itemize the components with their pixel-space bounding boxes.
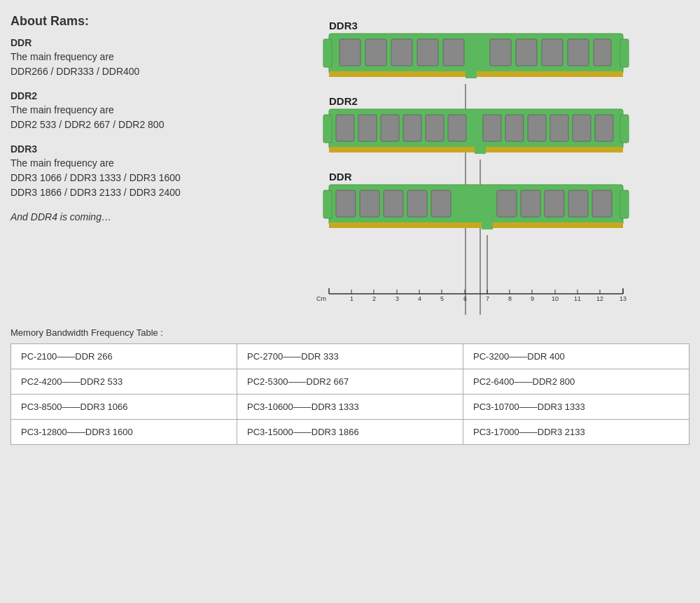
- table-cell: PC3-17000——DDR3 2133: [463, 420, 690, 445]
- table-cell: PC3-15000——DDR3 1866: [237, 420, 463, 445]
- svg-rect-43: [384, 190, 403, 217]
- svg-rect-32: [550, 115, 568, 141]
- ddr-freq-line2-ddr: DDR266 / DDR333 / DDR400: [10, 64, 248, 79]
- ddr-block-ddr3: DDR3 The main frequency are DDR3 1066 / …: [10, 143, 248, 200]
- svg-text:1: 1: [350, 295, 354, 302]
- svg-rect-10: [465, 71, 477, 78]
- ddr-name-ddr: DDR: [10, 37, 248, 48]
- svg-rect-33: [573, 115, 591, 141]
- svg-rect-51: [592, 190, 612, 217]
- svg-rect-44: [407, 190, 427, 217]
- svg-rect-3: [620, 39, 629, 67]
- svg-rect-49: [545, 190, 564, 217]
- table-cell: PC-3200——DDR 400: [463, 344, 690, 369]
- svg-rect-29: [483, 115, 501, 141]
- svg-rect-15: [594, 39, 611, 66]
- ddr-freq-line2-ddr3: DDR3 1066 / DDR3 1333 / DDR3 1600: [10, 171, 248, 185]
- svg-rect-30: [505, 115, 524, 141]
- ddr-block-ddr2: DDR2 The main frequency are DDR2 533 / D…: [10, 90, 248, 132]
- svg-rect-12: [516, 39, 537, 66]
- left-text: About Rams: DDR The main frequency are D…: [10, 10, 248, 222]
- table-cell: PC2-6400——DDR2 800: [463, 369, 690, 395]
- svg-rect-39: [620, 190, 629, 218]
- table-row: PC3-8500——DDR3 1066PC3-10600——DDR3 1333P…: [11, 395, 690, 420]
- svg-rect-45: [431, 190, 451, 217]
- svg-rect-5: [340, 39, 360, 66]
- svg-text:6: 6: [463, 295, 467, 302]
- svg-text:5: 5: [440, 295, 444, 302]
- table-title: Memory Bandwidth Frequency Table :: [10, 327, 690, 338]
- svg-rect-50: [568, 190, 588, 217]
- table-cell: PC2-5300——DDR2 667: [237, 369, 463, 395]
- table-cell: PC3-12800——DDR3 1600: [11, 420, 237, 445]
- svg-rect-27: [448, 115, 466, 141]
- svg-rect-34: [595, 115, 613, 141]
- top-section: About Rams: DDR The main frequency are D…: [10, 10, 690, 315]
- table-cell: PC2-4200——DDR2 533: [11, 369, 237, 395]
- svg-rect-28: [475, 147, 486, 154]
- svg-rect-46: [482, 222, 493, 229]
- table-section: Memory Bandwidth Frequency Table : PC-21…: [10, 327, 690, 445]
- ddr-freq-line1-ddr2: The main frequency are: [10, 103, 248, 118]
- svg-rect-20: [620, 115, 629, 143]
- ram-diagram: DDR3: [262, 10, 690, 315]
- svg-text:DDR3: DDR3: [329, 20, 358, 31]
- svg-rect-42: [360, 190, 379, 217]
- svg-text:9: 9: [531, 295, 534, 302]
- svg-rect-2: [323, 39, 332, 67]
- svg-rect-19: [323, 115, 332, 143]
- svg-text:13: 13: [620, 295, 626, 302]
- table-row: PC3-12800——DDR3 1600PC3-15000——DDR3 1866…: [11, 420, 690, 445]
- svg-text:DDR: DDR: [329, 171, 352, 183]
- svg-rect-25: [403, 115, 421, 141]
- svg-text:2: 2: [372, 295, 376, 302]
- table-cell: PC3-8500——DDR3 1066: [11, 395, 237, 420]
- svg-text:DDR2: DDR2: [329, 95, 358, 107]
- ddr-freq-line1-ddr3: The main frequency are: [10, 156, 248, 171]
- bandwidth-table: PC-2100——DDR 266PC-2700——DDR 333PC-3200—…: [10, 343, 690, 445]
- svg-rect-6: [365, 39, 386, 66]
- table-cell: PC3-10600——DDR3 1333: [237, 395, 463, 420]
- table-row: PC2-4200——DDR2 533PC2-5300——DDR2 667PC2-…: [11, 369, 690, 395]
- svg-rect-8: [417, 39, 438, 66]
- svg-rect-48: [521, 190, 540, 217]
- svg-text:8: 8: [508, 295, 512, 302]
- svg-rect-22: [336, 115, 354, 141]
- svg-rect-13: [542, 39, 563, 66]
- ddr-freq-line2-ddr2: DDR2 533 / DDR2 667 / DDR2 800: [10, 118, 248, 132]
- ddr-block-ddr: DDR The main frequency are DDR266 / DDR3…: [10, 37, 248, 79]
- svg-rect-11: [490, 39, 511, 66]
- svg-rect-9: [443, 39, 464, 66]
- svg-text:Cm: Cm: [316, 295, 326, 302]
- svg-rect-47: [497, 190, 517, 217]
- svg-rect-40: [329, 222, 623, 228]
- svg-text:11: 11: [574, 295, 581, 302]
- svg-text:4: 4: [418, 295, 421, 302]
- table-cell: PC-2700——DDR 333: [237, 344, 463, 369]
- svg-rect-14: [568, 39, 589, 66]
- ddr-freq-line3-ddr3: DDR3 1866 / DDR3 2133 / DDR3 2400: [10, 185, 248, 200]
- svg-text:12: 12: [596, 295, 603, 302]
- svg-rect-41: [336, 190, 356, 217]
- svg-text:3: 3: [396, 295, 399, 302]
- ddr4-note: And DDR4 is coming…: [10, 211, 248, 222]
- svg-rect-38: [323, 190, 332, 218]
- svg-rect-23: [358, 115, 377, 141]
- about-rams-title: About Rams:: [10, 14, 248, 29]
- svg-rect-7: [391, 39, 412, 66]
- main-container: About Rams: DDR The main frequency are D…: [10, 10, 690, 445]
- ram-svg-diagram: DDR3: [315, 14, 637, 315]
- ddr-name-ddr3: DDR3: [10, 143, 248, 155]
- ddr-name-ddr2: DDR2: [10, 90, 248, 101]
- svg-rect-24: [381, 115, 399, 141]
- svg-rect-26: [426, 115, 444, 141]
- table-cell: PC-2100——DDR 266: [11, 344, 237, 369]
- table-row: PC-2100——DDR 266PC-2700——DDR 333PC-3200—…: [11, 344, 690, 369]
- svg-text:7: 7: [486, 295, 489, 302]
- ddr-freq-line1-ddr: The main frequency are: [10, 50, 248, 64]
- table-cell: PC3-10700——DDR3 1333: [463, 395, 690, 420]
- svg-text:10: 10: [552, 295, 559, 302]
- svg-rect-31: [528, 115, 546, 141]
